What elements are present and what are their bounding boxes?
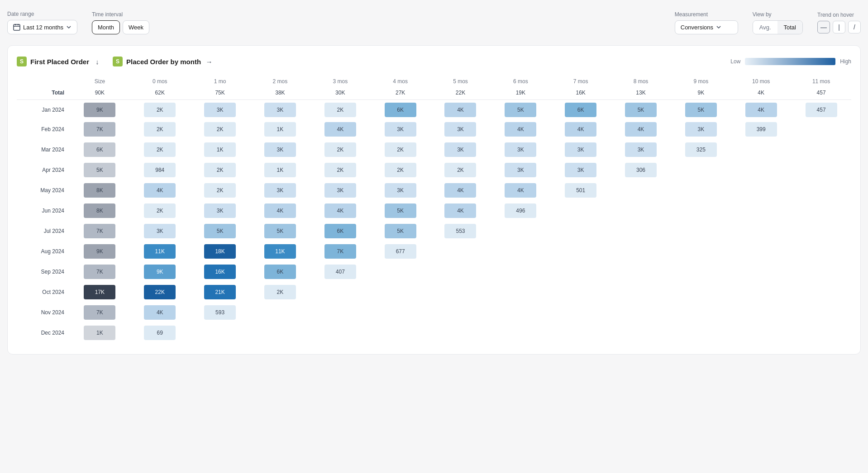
month-button[interactable]: Month	[92, 20, 120, 34]
heat-cell-3-0[interactable]: 984	[130, 160, 190, 180]
heat-cell-4-5[interactable]: 4K	[430, 180, 491, 201]
heat-cell-2-9[interactable]: 325	[671, 140, 731, 160]
heat-cell-2-3[interactable]: 2K	[310, 140, 370, 160]
heat-cell-5-6[interactable]: 496	[491, 201, 551, 221]
heat-cell-1-7[interactable]: 4K	[551, 119, 611, 140]
avg-button[interactable]: Avg.	[753, 21, 777, 34]
empty-cell-2-10	[731, 140, 791, 160]
heat-cell-2-4[interactable]: 2K	[370, 140, 430, 160]
heat-cell-5-0[interactable]: 2K	[130, 201, 190, 221]
heat-cell-3-6[interactable]: 3K	[491, 160, 551, 180]
heat-cell-6-1[interactable]: 5K	[190, 221, 250, 241]
trend-group: Trend on hover — | /	[817, 12, 861, 33]
heat-cell-8-3[interactable]: 407	[310, 262, 370, 282]
total-button[interactable]: Total	[777, 21, 802, 34]
heat-cell-11-0[interactable]: 69	[130, 323, 190, 343]
heat-cell-1-8[interactable]: 4K	[611, 119, 671, 140]
empty-cell-10-4	[370, 303, 430, 323]
heat-cell-3-8[interactable]: 306	[611, 160, 671, 180]
heat-cell-5-1[interactable]: 3K	[190, 201, 250, 221]
empty-cell-7-5	[430, 241, 491, 262]
trend-diag-button[interactable]: /	[848, 21, 861, 33]
heat-cell-3-3[interactable]: 2K	[310, 160, 370, 180]
heat-cell-2-1[interactable]: 1K	[190, 140, 250, 160]
heat-cell-5-5[interactable]: 4K	[430, 201, 491, 221]
heat-cell-1-6[interactable]: 4K	[491, 119, 551, 140]
table-row-1: Feb 2024 7K 2K 2K 1K 4K 3K 3K 4K 4K 4K 3…	[17, 119, 851, 140]
heat-cell-4-0[interactable]: 4K	[130, 180, 190, 201]
heat-cell-8-1[interactable]: 16K	[190, 262, 250, 282]
heat-cell-0-11[interactable]: 457	[791, 100, 851, 119]
empty-cell-9-9	[671, 282, 731, 303]
heat-cell-2-5[interactable]: 3K	[430, 140, 491, 160]
heat-cell-0-5[interactable]: 4K	[430, 100, 491, 119]
total-row: Total90K62K75K38K30K27K22K19K16K13K9K4K4…	[17, 87, 851, 100]
col-header-3mos: 3 mos	[310, 76, 370, 87]
heat-cell-3-2[interactable]: 1K	[250, 160, 310, 180]
trend-flat-button[interactable]: —	[817, 21, 830, 33]
heat-cell-4-3[interactable]: 3K	[310, 180, 370, 201]
heat-cell-6-4[interactable]: 5K	[370, 221, 430, 241]
heatmap-table: Size 0 mos 1 mo 2 mos 3 mos 4 mos 5 mos …	[17, 76, 851, 343]
col-header-7mos: 7 mos	[551, 76, 611, 87]
heat-cell-9-2[interactable]: 2K	[250, 282, 310, 303]
heat-cell-4-6[interactable]: 4K	[491, 180, 551, 201]
measurement-button[interactable]: Conversions	[675, 20, 738, 34]
heat-cell-2-2[interactable]: 3K	[250, 140, 310, 160]
heat-cell-2-6[interactable]: 3K	[491, 140, 551, 160]
empty-cell-7-8	[611, 241, 671, 262]
heat-cell-8-0[interactable]: 9K	[130, 262, 190, 282]
heat-cell-2-8[interactable]: 3K	[611, 140, 671, 160]
heat-cell-3-7[interactable]: 3K	[551, 160, 611, 180]
heat-cell-10-0[interactable]: 4K	[130, 303, 190, 323]
heat-cell-5-3[interactable]: 4K	[310, 201, 370, 221]
heat-cell-0-2[interactable]: 3K	[250, 100, 310, 119]
heat-cell-0-9[interactable]: 5K	[671, 100, 731, 119]
heat-cell-1-5[interactable]: 3K	[430, 119, 491, 140]
week-button[interactable]: Week	[123, 20, 149, 34]
heat-cell-6-0[interactable]: 3K	[130, 221, 190, 241]
heat-cell-10-1[interactable]: 593	[190, 303, 250, 323]
heat-cell-0-8[interactable]: 5K	[611, 100, 671, 119]
heat-cell-9-0[interactable]: 22K	[130, 282, 190, 303]
trend-vert-button[interactable]: |	[833, 21, 845, 33]
heat-cell-7-1[interactable]: 18K	[190, 241, 250, 262]
heat-cell-1-4[interactable]: 3K	[370, 119, 430, 140]
heat-cell-4-7[interactable]: 501	[551, 180, 611, 201]
heat-cell-0-7[interactable]: 6K	[551, 100, 611, 119]
heat-cell-3-1[interactable]: 2K	[190, 160, 250, 180]
heat-cell-3-4[interactable]: 2K	[370, 160, 430, 180]
heat-cell-4-4[interactable]: 3K	[370, 180, 430, 201]
heat-cell-8-2[interactable]: 6K	[250, 262, 310, 282]
heat-cell-1-3[interactable]: 4K	[310, 119, 370, 140]
heat-cell-5-2[interactable]: 4K	[250, 201, 310, 221]
heat-cell-3-5[interactable]: 2K	[430, 160, 491, 180]
heat-cell-9-1[interactable]: 21K	[190, 282, 250, 303]
heat-cell-6-3[interactable]: 6K	[310, 221, 370, 241]
heat-cell-1-0[interactable]: 2K	[130, 119, 190, 140]
heat-cell-6-5[interactable]: 553	[430, 221, 491, 241]
heat-cell-0-6[interactable]: 5K	[491, 100, 551, 119]
total-cell-4: 30K	[310, 87, 370, 100]
heat-cell-0-3[interactable]: 2K	[310, 100, 370, 119]
heat-cell-0-0[interactable]: 2K	[130, 100, 190, 119]
heat-cell-1-1[interactable]: 2K	[190, 119, 250, 140]
heat-cell-0-1[interactable]: 3K	[190, 100, 250, 119]
col-header-6mos: 6 mos	[491, 76, 551, 87]
heat-cell-4-1[interactable]: 2K	[190, 180, 250, 201]
heat-cell-7-2[interactable]: 11K	[250, 241, 310, 262]
heat-cell-2-0[interactable]: 2K	[130, 140, 190, 160]
heat-cell-2-7[interactable]: 3K	[551, 140, 611, 160]
heat-cell-1-10[interactable]: 399	[731, 119, 791, 140]
heat-cell-0-10[interactable]: 4K	[731, 100, 791, 119]
heat-cell-6-2[interactable]: 5K	[250, 221, 310, 241]
heat-cell-1-9[interactable]: 3K	[671, 119, 731, 140]
heat-cell-1-2[interactable]: 1K	[250, 119, 310, 140]
heat-cell-5-4[interactable]: 5K	[370, 201, 430, 221]
heat-cell-4-2[interactable]: 3K	[250, 180, 310, 201]
heat-cell-7-4[interactable]: 677	[370, 241, 430, 262]
heat-cell-0-4[interactable]: 6K	[370, 100, 430, 119]
date-range-button[interactable]: Last 12 months	[7, 20, 77, 34]
heat-cell-7-3[interactable]: 7K	[310, 241, 370, 262]
heat-cell-7-0[interactable]: 11K	[130, 241, 190, 262]
